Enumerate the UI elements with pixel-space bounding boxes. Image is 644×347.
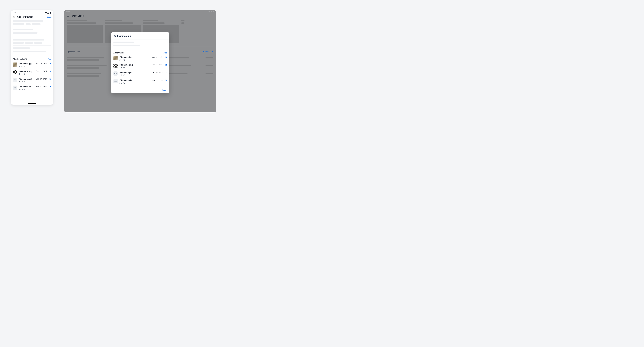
attachment-name: File-name.png (19, 70, 34, 73)
skeleton-section (13, 20, 51, 27)
attachment-date: Nov 21, 2023 (152, 79, 162, 81)
remove-attachment-button[interactable]: ✕ (49, 86, 51, 88)
status-bar: 9:30 (11, 10, 53, 15)
attachment-size: 1.1 MB (19, 73, 34, 75)
tablet-window: ☰ Work Orders ＋ (64, 10, 216, 112)
attachments-label: Attachments (4) (13, 58, 27, 60)
attachment-list: File-name.jpg204 KBMar 15, 2024✕File-nam… (111, 55, 170, 87)
svg-rect-1 (50, 12, 50, 12)
signal-icon (47, 12, 49, 14)
add-notification-dialog: Add Notification Attachments (4) Add Fil… (111, 32, 170, 93)
attachment-row: File-name.jpg204 KBMar 15, 2024✕ (114, 55, 167, 63)
attachment-row: File-name.png1.1 MBJan 12, 2024✕ (13, 69, 51, 77)
attachment-name: File-name.jpg (120, 56, 150, 59)
attachment-row: File-name.png1.1 MBJan 12, 2024✕ (114, 63, 167, 71)
home-indicator[interactable] (28, 103, 36, 104)
xls-file-icon: XLS (114, 79, 118, 83)
attachment-row: File-name.jpg204 KBMar 15, 2024✕ (13, 62, 51, 69)
attachment-size: 2.8 MB (19, 88, 34, 91)
save-button[interactable]: Save (47, 16, 51, 18)
attachment-name: File-name.pdf (19, 78, 34, 80)
dialog-attachments-header: Attachments (4) Add (111, 50, 170, 55)
remove-attachment-button[interactable]: ✕ (165, 56, 167, 58)
remove-attachment-button[interactable]: ✕ (49, 78, 51, 80)
dialog-form-skeleton (111, 39, 170, 50)
page-title: Add Notification (17, 16, 47, 18)
attachment-date: Jan 12, 2024 (36, 70, 47, 72)
remove-attachment-button[interactable]: ✕ (165, 79, 167, 81)
remove-attachment-button[interactable]: ✕ (165, 71, 167, 74)
save-button[interactable]: Save (162, 89, 167, 91)
dialog-title: Add Notification (111, 32, 170, 39)
battery-icon (49, 12, 51, 14)
attachment-date: Mar 15, 2024 (36, 63, 47, 65)
attachment-name: File-name.xls (120, 79, 150, 82)
attachment-size: 1.1 MB (120, 67, 150, 69)
skeleton-section (13, 39, 51, 46)
close-icon[interactable]: ✕ (13, 16, 15, 18)
skeleton-section (13, 48, 51, 56)
add-attachment-button[interactable]: Add (48, 58, 51, 60)
attachment-date: Mar 15, 2024 (152, 56, 162, 58)
attachments-header: Attachments (4) Add (13, 58, 51, 62)
attachment-size: 204 KB (19, 65, 34, 68)
attachment-size: 204 KB (120, 59, 150, 61)
attachment-name: File-name.pdf (120, 71, 150, 74)
wifi-icon (45, 12, 47, 14)
remove-attachment-button[interactable]: ✕ (165, 64, 167, 66)
attachment-name: File-name.jpg (19, 63, 34, 65)
attachment-date: Jan 12, 2024 (152, 64, 162, 66)
attachment-list: File-name.jpg204 KBMar 15, 2024✕File-nam… (13, 62, 51, 92)
attachment-size: 1.2 MB (19, 81, 34, 83)
skeleton-section (13, 29, 51, 37)
attachments-label: Attachments (4) (114, 52, 127, 54)
xls-file-icon: XLS (13, 86, 17, 90)
attachment-name: File-name.xls (19, 86, 34, 88)
mobile-device-frame: 9:30 ✕ Add Notification Save (11, 10, 53, 105)
remove-attachment-button[interactable]: ✕ (49, 70, 51, 73)
pdf-file-icon: PDF (114, 71, 118, 76)
svg-rect-0 (50, 12, 51, 14)
mobile-header: ✕ Add Notification Save (11, 15, 53, 19)
png-file-icon (114, 64, 118, 68)
status-time: 9:30 (13, 12, 16, 14)
attachment-date: Nov 21, 2023 (36, 86, 47, 88)
status-icons (45, 12, 51, 14)
pdf-file-icon: PDF (13, 78, 17, 82)
jpg-file-icon (13, 63, 17, 67)
attachment-size: 1.2 MB (120, 74, 150, 76)
mobile-body: Attachments (4) Add File-name.jpg204 KBM… (11, 19, 53, 102)
attachment-row: XLSFile-name.xls2.8 MBNov 21, 2023✕ (114, 78, 167, 86)
attachment-row: PDFFile-name.pdf1.2 MBDec 20, 2023✕ (114, 71, 167, 78)
remove-attachment-button[interactable]: ✕ (49, 63, 51, 65)
png-file-icon (13, 70, 17, 74)
attachment-name: File-name.png (120, 64, 150, 66)
attachment-date: Dec 20, 2023 (36, 78, 47, 80)
attachment-row: PDFFile-name.pdf1.2 MBDec 20, 2023✕ (13, 77, 51, 85)
attachment-date: Dec 20, 2023 (152, 71, 162, 74)
attachment-size: 2.8 MB (120, 82, 150, 84)
attachment-row: XLSFile-name.xls2.8 MBNov 21, 2023✕ (13, 85, 51, 92)
jpg-file-icon (114, 56, 118, 60)
dialog-footer: Save (111, 87, 170, 93)
add-attachment-button[interactable]: Add (164, 52, 167, 54)
